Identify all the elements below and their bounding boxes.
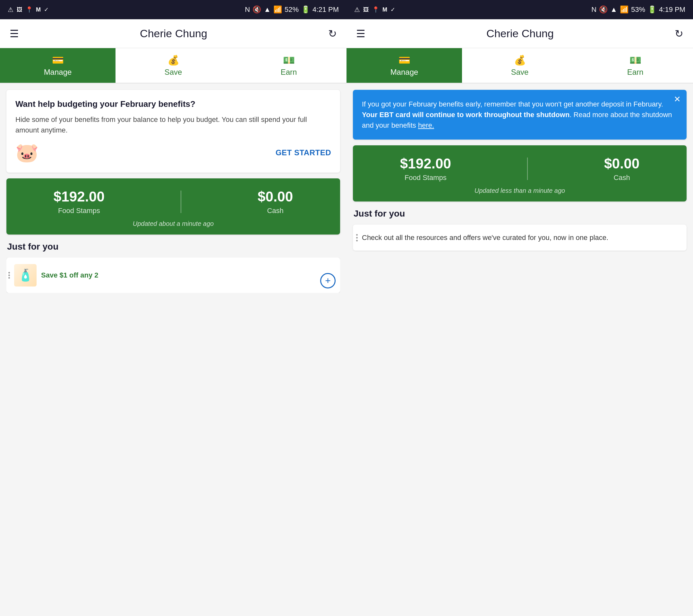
earn-tab-label: Earn (281, 68, 297, 77)
location-icon-r: 📍 (372, 6, 379, 13)
save-tab-icon-r: 💰 (514, 55, 526, 66)
alert-here-link[interactable]: here. (418, 121, 434, 129)
earn-tab-label-r: Earn (627, 68, 644, 77)
resources-card: Check out all the resources and offers w… (353, 224, 687, 251)
food-stamps-label-right: Food Stamps (404, 174, 447, 182)
manage-tab-icon-r: 💳 (398, 55, 410, 66)
offer-text-left: Save $1 off any 2 (41, 271, 99, 280)
status-icons-right-left: ⚠ 🖼 📍 M ✓ (354, 6, 395, 14)
hamburger-menu-right[interactable]: ☰ (356, 27, 365, 40)
mute-icon: 🔇 (253, 5, 261, 14)
balance-divider-right (527, 158, 528, 180)
alert-text-before-bold: If you got your February benefits early,… (362, 100, 663, 108)
warning-icon: ⚠ (8, 6, 14, 14)
food-stamps-balance: $192.00 Food Stamps (54, 188, 104, 215)
budget-card-body: Hide some of your benefits from your bal… (15, 114, 331, 135)
location-icon: 📍 (26, 6, 33, 13)
status-bar-left: ⚠ 🖼 📍 M ✓ N 🔇 ▲ 📶 52% 🔋 4:21 PM (0, 0, 346, 19)
resources-text: Check out all the resources and offers w… (362, 234, 608, 242)
image-icon: 🖼 (17, 6, 22, 13)
balance-updated-left: Updated about a minute ago (15, 220, 331, 227)
image-icon-r: 🖼 (363, 6, 369, 13)
status-icons-right-right: N 🔇 ▲ 📶 53% 🔋 4:19 PM (591, 5, 685, 14)
food-stamps-label-left: Food Stamps (58, 206, 100, 215)
hamburger-menu-left[interactable]: ☰ (9, 27, 19, 40)
tab-manage-right[interactable]: 💳 Manage (346, 48, 462, 83)
resources-dots (356, 234, 358, 241)
offer-card-left: 🧴 Save $1 off any 2 + (6, 258, 340, 293)
offers-row-left: 🧴 Save $1 off any 2 + (6, 258, 340, 293)
alert-card-text: If you got your February benefits early,… (362, 99, 678, 131)
tabs-left: 💳 Manage 💰 Save 💵 Earn (0, 48, 346, 83)
cash-label-left: Cash (267, 206, 283, 215)
cash-balance-right: $0.00 Cash (604, 156, 639, 182)
tab-earn-right[interactable]: 💵 Earn (577, 48, 693, 83)
balance-row-right: $192.00 Food Stamps $0.00 Cash (362, 156, 678, 182)
save-tab-label: Save (164, 68, 182, 77)
time-right: 4:19 PM (659, 5, 685, 14)
warning-icon-r: ⚠ (354, 6, 360, 14)
alert-close-button[interactable]: ✕ (674, 94, 681, 104)
offer-image-left: 🧴 (14, 264, 37, 286)
cash-amount-left: $0.00 (258, 188, 293, 205)
budget-card-title: Want help budgeting your February benefi… (15, 99, 331, 110)
status-bar-right: ⚠ 🖼 📍 M ✓ N 🔇 ▲ 📶 53% 🔋 4:19 PM (346, 0, 693, 19)
tab-save-left[interactable]: 💰 Save (116, 48, 231, 83)
food-stamps-balance-r: $192.00 Food Stamps (400, 156, 451, 182)
battery-percent-r: 53% (631, 5, 645, 14)
balance-row-left: $192.00 Food Stamps $0.00 Cash (15, 188, 331, 215)
manage-tab-label: Manage (44, 68, 72, 77)
battery-percent: 52% (284, 5, 299, 14)
offer-add-button-left[interactable]: + (320, 273, 336, 289)
cash-label-right: Cash (613, 174, 630, 182)
gmail-icon: M (36, 6, 41, 13)
tab-save-right[interactable]: 💰 Save (462, 48, 577, 83)
signal-icon: 📶 (273, 5, 282, 14)
tab-earn-left[interactable]: 💵 Earn (231, 48, 346, 83)
check-icon: ✓ (44, 6, 49, 13)
refresh-button-left[interactable]: ↻ (328, 27, 337, 40)
balance-card-left: $192.00 Food Stamps $0.00 Cash Updated a… (6, 178, 340, 235)
budget-card: Want help budgeting your February benefi… (6, 90, 340, 173)
save-tab-icon: 💰 (167, 55, 179, 66)
alert-card: ✕ If you got your February benefits earl… (353, 90, 687, 140)
status-icons-right: N 🔇 ▲ 📶 52% 🔋 4:21 PM (245, 5, 339, 14)
earn-tab-icon-r: 💵 (630, 55, 641, 66)
left-phone-panel: ⚠ 🖼 📍 M ✓ N 🔇 ▲ 📶 52% 🔋 4:21 PM ☰ Cherie… (0, 0, 346, 616)
dots-menu-left (8, 272, 10, 278)
top-nav-left: ☰ Cherie Chung ↻ (0, 19, 346, 48)
wifi-icon-r: ▲ (610, 5, 617, 14)
nfc-icon-r: N (591, 5, 596, 14)
time-left: 4:21 PM (313, 5, 339, 14)
mute-icon-r: 🔇 (599, 5, 608, 14)
alert-text-bold: Your EBT card will continue to work thro… (362, 111, 570, 119)
tab-manage-left[interactable]: 💳 Manage (0, 48, 116, 83)
budget-card-footer: 🐷 GET STARTED (15, 142, 331, 164)
balance-divider-left (181, 191, 181, 213)
manage-tab-icon: 💳 (52, 55, 64, 66)
wifi-icon: ▲ (264, 5, 271, 14)
section-heading-left: Just for you (6, 240, 340, 252)
battery-icon: 🔋 (301, 5, 310, 14)
top-nav-right: ☰ Cherie Chung ↻ (346, 19, 693, 48)
refresh-button-right[interactable]: ↻ (675, 27, 684, 40)
right-phone-panel: ⚠ 🖼 📍 M ✓ N 🔇 ▲ 📶 53% 🔋 4:19 PM ☰ Cherie… (346, 0, 693, 616)
food-stamps-amount-left: $192.00 (54, 188, 104, 205)
content-left: Want help budgeting your February benefi… (0, 83, 346, 616)
nfc-icon: N (245, 5, 250, 14)
cash-balance-left: $0.00 Cash (258, 188, 293, 215)
content-right: ✕ If you got your February benefits earl… (346, 83, 693, 616)
battery-icon-r: 🔋 (648, 5, 656, 14)
gmail-icon-r: M (382, 6, 387, 13)
cash-amount-right: $0.00 (604, 156, 639, 172)
manage-tab-label-r: Manage (391, 68, 418, 77)
get-started-button[interactable]: GET STARTED (276, 148, 331, 157)
piggy-bank-icon: 🐷 (15, 142, 39, 164)
balance-updated-right: Updated less than a minute ago (362, 187, 678, 194)
save-tab-label-r: Save (511, 68, 529, 77)
tabs-right: 💳 Manage 💰 Save 💵 Earn (346, 48, 693, 83)
nav-title-right: Cherie Chung (487, 27, 554, 40)
section-heading-right: Just for you (353, 207, 687, 219)
status-icons-left: ⚠ 🖼 📍 M ✓ (8, 6, 49, 14)
food-stamps-amount-right: $192.00 (400, 156, 451, 172)
